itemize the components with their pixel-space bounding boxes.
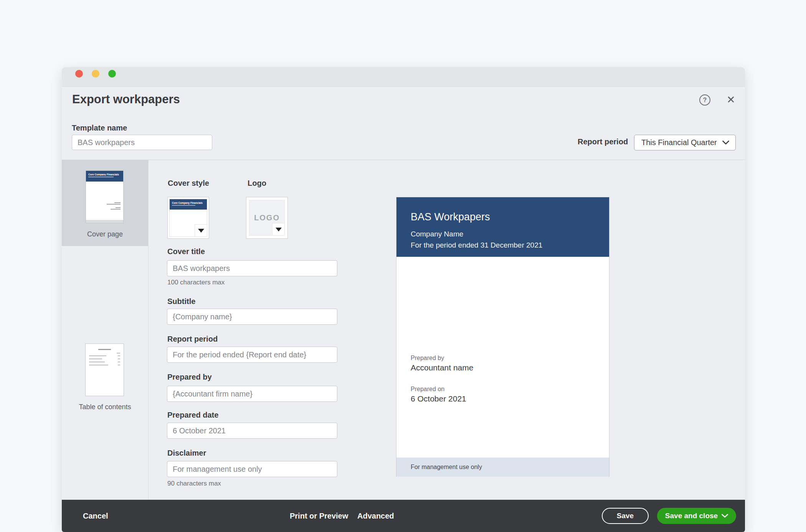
cover-style-dropdown-arrow-icon[interactable]	[195, 224, 207, 237]
sidebar-item-cover-page[interactable]: Core Company Financials Cover page	[62, 160, 148, 246]
sidebar-item-label: Cover page	[62, 230, 148, 238]
export-workpapers-dialog: Export workpapers ? ✕ Template name Repo…	[62, 67, 745, 532]
cover-style-mini-title: Core Company Financials	[172, 202, 205, 204]
close-icon[interactable]: ✕	[727, 93, 735, 106]
close-traffic-light-icon[interactable]	[75, 70, 83, 78]
prepared-date-input[interactable]	[167, 423, 337, 439]
subtitle-input[interactable]	[167, 309, 337, 325]
prepared-date-label: Prepared date	[167, 411, 218, 420]
cover-title-label: Cover title	[167, 247, 205, 256]
window-titlebar	[62, 67, 745, 87]
logo-selector[interactable]: LOGO	[246, 197, 288, 239]
preview-title: BAS Workpapers	[411, 211, 490, 223]
print-or-preview-button[interactable]: Print or Preview	[290, 500, 348, 532]
preview-footer-text: For management use only	[411, 458, 482, 477]
page-title: Export workpapers	[72, 93, 180, 106]
preview-header: BAS Workpapers Company Name For the peri…	[396, 197, 609, 257]
subtitle-label: Subtitle	[167, 297, 195, 306]
disclaimer-helper: 90 characters max	[167, 480, 221, 487]
save-and-close-button[interactable]: Save and close	[657, 508, 736, 524]
preview-prepared-by-value: Accountant name	[411, 363, 473, 372]
preview-prepared-by-label: Prepared by	[411, 355, 444, 362]
save-button[interactable]: Save	[602, 508, 649, 524]
disclaimer-label: Disclaimer	[167, 449, 206, 458]
preview-prepared-on-value: 6 October 2021	[411, 394, 466, 403]
zoom-traffic-light-icon[interactable]	[108, 70, 116, 78]
minimize-traffic-light-icon[interactable]	[92, 70, 99, 78]
sidebar-divider	[148, 160, 149, 500]
template-name-input[interactable]	[72, 135, 212, 150]
cover-title-input[interactable]	[167, 260, 337, 276]
cancel-button[interactable]: Cancel	[83, 500, 108, 532]
sidebar-item-reports[interactable]: Reports	[62, 418, 148, 500]
action-bar: Cancel Print or Preview Advanced Save Sa…	[62, 500, 745, 532]
logo-label: Logo	[248, 179, 266, 188]
report-period-label: Report period	[578, 137, 628, 146]
prepared-by-label: Prepared by	[167, 373, 212, 382]
prepared-by-input[interactable]	[167, 386, 337, 402]
cover-page-preview: BAS Workpapers Company Name For the peri…	[396, 197, 609, 477]
preview-footer: For management use only	[396, 458, 609, 477]
report-period-input[interactable]	[167, 347, 337, 363]
screen: Export workpapers ? ✕ Template name Repo…	[0, 0, 806, 532]
chevron-down-icon	[722, 140, 729, 145]
thumbnail-cover-title: Core Company Financials	[88, 173, 121, 176]
cover-style-selector[interactable]: Core Company Financials	[167, 197, 209, 239]
header-divider	[62, 160, 745, 160]
logo-placeholder-text: LOGO	[254, 213, 280, 222]
cover-style-label: Cover style	[168, 179, 209, 188]
cover-title-helper: 100 characters max	[167, 279, 225, 286]
sidebar-item-table-of-contents[interactable]: Table of contents	[62, 246, 148, 333]
advanced-button[interactable]: Advanced	[357, 500, 394, 532]
preview-period: For the period ended 31 December 2021	[411, 241, 542, 249]
preview-prepared-on-label: Prepared on	[411, 386, 444, 393]
logo-dropdown-arrow-icon[interactable]	[272, 223, 285, 236]
report-period-value: This Financial Quarter	[641, 138, 717, 147]
report-period-field-label: Report period	[167, 335, 218, 344]
disclaimer-input[interactable]	[167, 461, 337, 477]
cover-page-thumbnail: Core Company Financials	[86, 170, 124, 223]
sidebar-item-preliminary-pages[interactable]: Preliminary pages	[62, 333, 148, 418]
template-name-label: Template name	[72, 124, 127, 132]
help-icon[interactable]: ?	[699, 94, 710, 106]
report-period-dropdown[interactable]: This Financial Quarter	[634, 135, 736, 150]
preview-company: Company Name	[411, 230, 463, 238]
section-sidebar: Core Company Financials Cover page	[62, 160, 148, 500]
chevron-down-icon	[722, 514, 728, 518]
